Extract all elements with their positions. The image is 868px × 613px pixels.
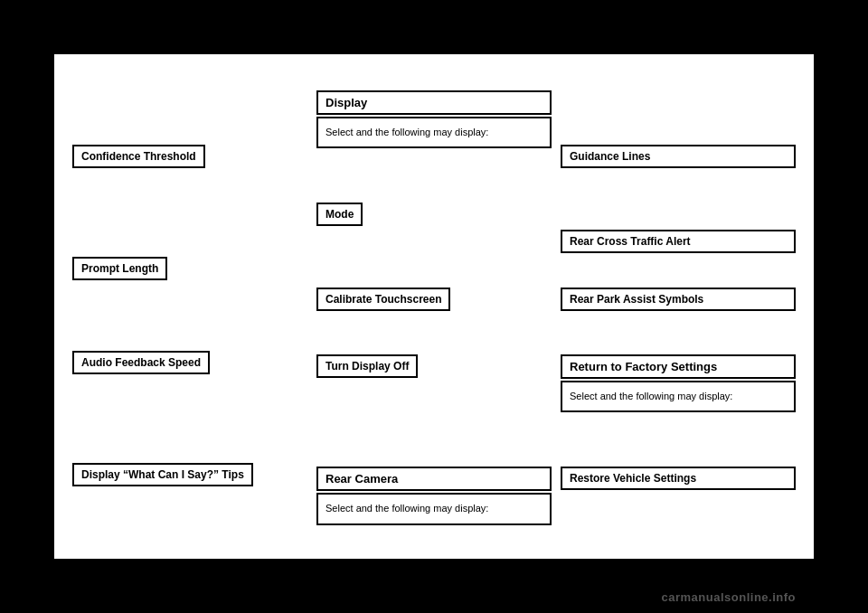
return-to-factory-sub-text: Select and the following may display:: [561, 381, 796, 412]
return-to-factory-settings-box: Return to Factory Settings: [561, 354, 796, 379]
audio-feedback-speed-label: Audio Feedback Speed: [81, 356, 201, 369]
section-restore-vehicle-settings: Restore Vehicle Settings: [561, 467, 796, 492]
display-tips-label: Display “What Can I Say?” Tips: [81, 468, 244, 481]
section-mode: Mode: [316, 203, 552, 228]
column-1: Confidence Threshold Prompt Length Audio…: [72, 72, 307, 541]
rear-camera-sub-text: Select and the following may display:: [316, 493, 552, 524]
content-area: Confidence Threshold Prompt Length Audio…: [54, 54, 814, 559]
rear-cross-traffic-alert-box: Rear Cross Traffic Alert: [561, 230, 796, 253]
column-3: Guidance Lines Rear Cross Traffic Alert …: [561, 72, 796, 541]
rear-camera-header-box: Rear Camera: [316, 467, 552, 491]
section-calibrate-touchscreen: Calibrate Touchscreen: [316, 288, 552, 313]
display-header-label: Display: [326, 96, 367, 109]
section-turn-display-off: Turn Display Off: [316, 354, 552, 380]
section-guidance-lines: Guidance Lines: [561, 145, 796, 170]
rear-park-assist-symbols-label: Rear Park Assist Symbols: [570, 293, 703, 306]
rear-cross-traffic-alert-label: Rear Cross Traffic Alert: [570, 235, 691, 248]
section-rear-cross-traffic-alert: Rear Cross Traffic Alert: [561, 230, 796, 255]
calibrate-touchscreen-box: Calibrate Touchscreen: [316, 288, 450, 311]
calibrate-touchscreen-label: Calibrate Touchscreen: [326, 293, 441, 306]
mode-label: Mode: [326, 208, 354, 221]
section-confidence-threshold: Confidence Threshold: [72, 145, 307, 170]
display-sub-text: Select and the following may display:: [316, 117, 552, 148]
prompt-length-label: Prompt Length: [81, 262, 158, 275]
border-left: [0, 54, 54, 559]
watermark-text: carmanualsonline.info: [662, 590, 796, 604]
rear-park-assist-symbols-box: Rear Park Assist Symbols: [561, 288, 796, 311]
border-bottom: [0, 559, 868, 613]
border-top: [0, 0, 868, 54]
section-display-tips: Display “What Can I Say?” Tips: [72, 463, 307, 488]
columns-layout: Confidence Threshold Prompt Length Audio…: [72, 72, 796, 541]
section-rear-park-assist-symbols: Rear Park Assist Symbols: [561, 288, 796, 313]
page: Confidence Threshold Prompt Length Audio…: [0, 0, 868, 613]
return-to-factory-settings-label: Return to Factory Settings: [570, 360, 717, 373]
section-return-to-factory-settings: Return to Factory Settings Select and th…: [561, 354, 796, 416]
section-prompt-length: Prompt Length: [72, 257, 307, 282]
audio-feedback-speed-box: Audio Feedback Speed: [72, 351, 210, 374]
guidance-lines-label: Guidance Lines: [570, 150, 650, 163]
section-rear-camera: Rear Camera Select and the following may…: [316, 467, 552, 528]
border-right: [814, 54, 868, 559]
display-header-box: Display: [316, 90, 552, 115]
confidence-threshold-label: Confidence Threshold: [81, 150, 196, 163]
restore-vehicle-settings-box: Restore Vehicle Settings: [561, 467, 796, 490]
confidence-threshold-box: Confidence Threshold: [72, 145, 205, 168]
section-display: Display Select and the following may dis…: [316, 90, 552, 152]
turn-display-off-box: Turn Display Off: [316, 354, 418, 378]
display-tips-box: Display “What Can I Say?” Tips: [72, 463, 253, 486]
restore-vehicle-settings-label: Restore Vehicle Settings: [570, 472, 696, 485]
turn-display-off-label: Turn Display Off: [326, 360, 409, 373]
prompt-length-box: Prompt Length: [72, 257, 167, 280]
rear-camera-header-label: Rear Camera: [326, 472, 398, 486]
column-2: Display Select and the following may dis…: [316, 72, 552, 541]
guidance-lines-box: Guidance Lines: [561, 145, 796, 168]
section-audio-feedback-speed: Audio Feedback Speed: [72, 351, 307, 376]
mode-box: Mode: [316, 203, 363, 226]
